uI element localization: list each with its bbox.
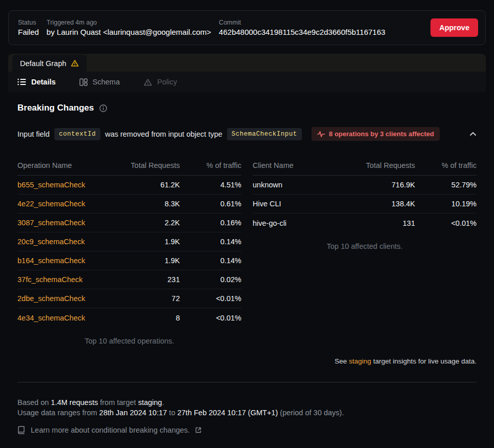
usage-text: . [162, 398, 164, 407]
operation-name-link[interactable]: b655_schemaCheck [17, 181, 103, 189]
traffic-percent-value: 0.61% [180, 200, 241, 208]
range-start-date: 28th Jan 2024 10:17 [99, 409, 167, 417]
book-icon [17, 426, 25, 434]
traffic-percent-value: <0.01% [180, 294, 241, 303]
clients-table-body: unknown716.9K52.79%Hive CLI138.4K10.19%h… [253, 176, 477, 232]
columns-icon [79, 78, 88, 86]
affected-operations-badge[interactable]: 8 operations by 3 clients affected [312, 127, 440, 141]
traffic-percent-value: 0.16% [180, 219, 241, 227]
client-name: unknown [253, 181, 338, 189]
usage-text: Based on [17, 398, 49, 407]
total-requests-value: 61.2K [103, 181, 180, 189]
usage-summary: Based on 1.4M requests from target stagi… [17, 397, 477, 418]
external-link-icon [195, 427, 201, 433]
table-row: Hive CLI138.4K10.19% [253, 195, 477, 214]
traffic-percent-value: 0.14% [180, 257, 241, 265]
commit-hash: 462b48000c34198115c34e9c2d3660f5b1167163 [219, 28, 385, 36]
breaking-change-row: Input field contextId was removed from i… [17, 127, 477, 141]
operation-name-link[interactable]: 3087_schemaCheck [17, 219, 103, 227]
breaking-changes-heading: Breaking Changes [17, 103, 477, 113]
table-row: 2dbe_schemaCheck72<0.01% [17, 289, 241, 308]
status-group: Status Failed [18, 19, 39, 36]
traffic-percent-value: <0.01% [180, 314, 241, 322]
operations-table-body: b655_schemaCheck61.2K4.51%4e22_schemaChe… [17, 176, 241, 327]
details-panel: Breaking Changes Input field contextId w… [8, 103, 486, 434]
chevron-up-icon[interactable] [469, 132, 477, 136]
operation-name-link[interactable]: 4e22_schemaCheck [17, 200, 103, 208]
section-divider [17, 382, 477, 382]
traffic-percent-value: 4.51% [180, 181, 241, 189]
graph-tab-strip: Default Graph [8, 54, 486, 72]
traffic-percent-value: 0.02% [180, 275, 241, 284]
table-row: 4e22_schemaCheck8.3K0.61% [17, 195, 241, 214]
traffic-percent-value: 0.14% [180, 238, 241, 246]
learn-more-link[interactable]: Learn more about conditional breaking ch… [17, 426, 477, 434]
request-count: 1.4M requests [51, 398, 98, 407]
tab-schema[interactable]: Schema [79, 78, 120, 86]
traffic-percent-value: 52.79% [415, 181, 477, 189]
column-header: Total Requests [103, 161, 180, 169]
change-text-prefix: Input field [17, 130, 50, 138]
traffic-percent-value: 10.19% [415, 200, 477, 208]
table-row: 3087_schemaCheck2.2K0.16% [17, 214, 241, 232]
operations-table-footnote: Top 10 affected operations. [17, 337, 241, 345]
total-requests-value: 138.4K [338, 200, 415, 208]
usage-text: Usage data ranges from [17, 409, 97, 417]
client-name: Hive CLI [253, 200, 338, 208]
column-header: Operation Name [17, 161, 103, 169]
table-row: unknown716.9K52.79% [253, 176, 477, 195]
approve-button[interactable]: Approve [430, 18, 478, 37]
total-requests-value: 716.9K [338, 181, 415, 189]
usage-tables: Operation Name Total Requests % of traff… [17, 156, 477, 345]
insights-note-prefix: See [335, 357, 347, 365]
total-requests-value: 72 [103, 294, 180, 303]
affected-badge-label: 8 operations by 3 clients affected [329, 130, 434, 138]
usage-summary-line2: Usage data ranges from 28th Jan 2024 10:… [17, 408, 477, 418]
column-header: Total Requests [338, 161, 415, 169]
traffic-percent-value: <0.01% [415, 219, 477, 227]
status-card: Status Failed Triggered 4m ago by Laurin… [8, 10, 486, 45]
usage-text: to [169, 409, 175, 417]
tab-details[interactable]: Details [17, 78, 56, 86]
operations-table-header: Operation Name Total Requests % of traff… [17, 156, 241, 176]
graph-tab-label: Default Graph [20, 59, 66, 68]
total-requests-value: 231 [103, 275, 180, 284]
warning-triangle-icon [143, 78, 152, 86]
usage-summary-line1: Based on 1.4M requests from target stagi… [17, 397, 477, 408]
change-text-middle: was removed from input object type [105, 130, 222, 138]
insights-note: See staging target insights for live usa… [17, 357, 477, 365]
tab-policy-label: Policy [157, 78, 177, 86]
page-title: Breaking Changes [17, 103, 94, 113]
clients-table: Client Name Total Requests % of traffic … [253, 156, 477, 345]
schema-check-page: Status Failed Triggered 4m ago by Laurin… [0, 0, 494, 448]
learn-more-label: Learn more about conditional breaking ch… [31, 426, 190, 434]
warning-triangle-icon [71, 59, 79, 67]
staging-target-link[interactable]: staging [349, 357, 372, 365]
operation-name-link[interactable]: 2dbe_schemaCheck [17, 294, 103, 303]
operation-name-link[interactable]: 4e34_schemaCheck [17, 314, 103, 322]
tab-schema-label: Schema [93, 78, 120, 86]
tab-policy[interactable]: Policy [143, 78, 177, 86]
operation-name-link[interactable]: 37fc_schemaCheck [17, 275, 103, 284]
operation-name-link[interactable]: b164_schemaCheck [17, 257, 103, 265]
triggered-group: Triggered 4m ago by Laurin Quast <laurin… [47, 19, 211, 36]
commit-group: Commit 462b48000c34198115c34e9c2d3660f5b… [219, 19, 385, 36]
range-end-date: 27th Feb 2024 10:17 (GMT+1) [177, 409, 278, 417]
table-row: 37fc_schemaCheck2310.02% [17, 270, 241, 289]
status-label: Status [18, 19, 39, 26]
list-icon [17, 78, 26, 86]
info-circle-icon[interactable] [99, 104, 107, 112]
column-header: % of traffic [415, 161, 477, 169]
total-requests-value: 131 [338, 219, 415, 227]
operation-name-link[interactable]: 20c9_schemaCheck [17, 238, 103, 246]
tab-details-label: Details [31, 78, 56, 86]
total-requests-value: 8.3K [103, 200, 180, 208]
check-nav-toolbar: Details Schema Policy [8, 72, 486, 92]
total-requests-value: 1.9K [103, 238, 180, 246]
column-header: Client Name [253, 161, 338, 169]
operations-table: Operation Name Total Requests % of traff… [17, 156, 241, 345]
tab-default-graph[interactable]: Default Graph [12, 55, 87, 72]
table-row: hive-go-cli131<0.01% [253, 214, 477, 232]
type-code-chip: SchemaCheckInput [227, 128, 302, 140]
target-name: staging [138, 398, 162, 407]
